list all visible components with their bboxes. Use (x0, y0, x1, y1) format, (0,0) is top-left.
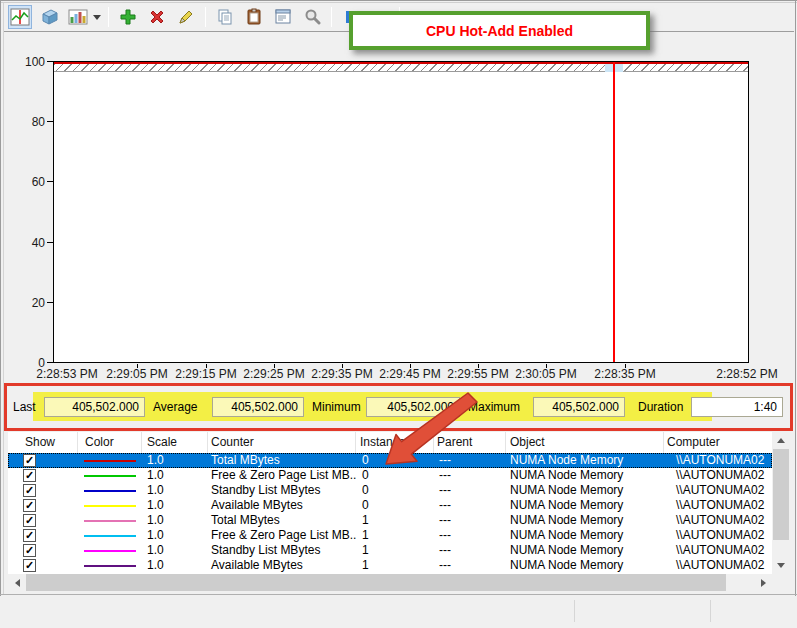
show-checkbox[interactable]: ✓ (23, 559, 36, 572)
cell-counter: Available MBytes (208, 558, 356, 573)
y-axis-tick (47, 181, 53, 182)
highlight-button[interactable] (174, 5, 198, 29)
cell-instance: 1 (356, 543, 434, 558)
cell-instance: 1 (356, 558, 434, 573)
x-axis-label: 2:29:35 PM (306, 367, 378, 381)
add-counter-button[interactable] (116, 5, 140, 29)
header-counter[interactable]: Counter (208, 432, 356, 453)
y-axis-label: 80 (12, 115, 45, 129)
perfmon-window: CPU Hot-Add Enabled 100 80 60 40 20 0 2:… (0, 0, 797, 628)
header-computer[interactable]: Computer (664, 432, 772, 453)
table-row[interactable]: ✓ 1.0 Total MBytes 1 --- NUMA Node Memor… (8, 513, 772, 528)
horizontal-scrollbar-thumb[interactable] (26, 574, 726, 591)
table-row[interactable]: ✓ 1.0 Standby List MBytes 1 --- NUMA Nod… (8, 543, 772, 558)
y-axis-tick (47, 362, 53, 363)
cell-object: NUMA Node Memory (506, 543, 664, 558)
counter-list-body: ✓ 1.0 Total MBytes 0 --- NUMA Node Memor… (8, 453, 772, 573)
header-show[interactable]: Show (8, 432, 78, 453)
scroll-right-button[interactable] (754, 574, 772, 591)
chart-icon (10, 8, 30, 26)
check-icon: ✓ (25, 469, 34, 481)
cell-computer: \\AUTONUMA02 (664, 543, 772, 558)
header-object[interactable]: Object (506, 432, 664, 453)
x-axis-tick (137, 364, 138, 368)
x-axis-label: 2:29:55 PM (442, 367, 514, 381)
cell-scale: 1.0 (142, 453, 208, 468)
cell-parent: --- (434, 513, 506, 528)
y-axis-tick (47, 302, 53, 303)
table-row[interactable]: ✓ 1.0 Available MBytes 0 --- NUMA Node M… (8, 498, 772, 513)
change-graph-type-button[interactable] (66, 5, 90, 29)
x-axis-label: 2:30:05 PM (510, 367, 582, 381)
show-checkbox[interactable]: ✓ (23, 544, 36, 557)
series-color-line (84, 460, 136, 462)
scroll-down-button[interactable] (772, 557, 790, 574)
cell-object: NUMA Node Memory (506, 528, 664, 543)
view-log-data-button[interactable] (37, 5, 61, 29)
horizontal-scrollbar[interactable] (8, 574, 772, 591)
x-axis-label: 2:29:15 PM (170, 367, 242, 381)
cell-parent: --- (434, 483, 506, 498)
show-checkbox[interactable]: ✓ (23, 529, 36, 542)
chevron-up-icon (777, 438, 785, 443)
chart-plot-area[interactable] (53, 61, 749, 363)
pencil-icon (177, 8, 195, 26)
delete-counter-button[interactable] (145, 5, 169, 29)
header-color[interactable]: Color (78, 432, 142, 453)
table-row[interactable]: ✓ 1.0 Free & Zero Page List MB... 1 --- … (8, 528, 772, 543)
cube-icon (39, 8, 59, 26)
cell-scale: 1.0 (142, 468, 208, 483)
magnifier-icon (303, 8, 321, 26)
y-axis-label: 100 (12, 55, 45, 69)
cell-scale: 1.0 (142, 558, 208, 573)
cell-computer: \\AUTONUMA02 (664, 498, 772, 513)
series-color-line (84, 520, 136, 522)
header-scale[interactable]: Scale (142, 432, 208, 453)
red-arrow-annotation (378, 392, 478, 470)
cell-counter: Standby List MBytes (208, 483, 356, 498)
properties-button[interactable] (271, 5, 295, 29)
cell-scale: 1.0 (142, 528, 208, 543)
scroll-left-button[interactable] (8, 574, 26, 591)
series-color-line (84, 505, 136, 507)
copy-properties-button[interactable] (213, 5, 237, 29)
cell-object: NUMA Node Memory (506, 483, 664, 498)
show-checkbox[interactable]: ✓ (23, 454, 36, 467)
cell-counter: Free & Zero Page List MB... (208, 528, 356, 543)
show-checkbox[interactable]: ✓ (23, 499, 36, 512)
show-checkbox[interactable]: ✓ (23, 514, 36, 527)
vertical-scrollbar[interactable] (772, 432, 790, 574)
current-time-marker-line (613, 62, 615, 362)
chevron-right-icon (761, 579, 766, 587)
paste-counter-list-button[interactable] (242, 5, 266, 29)
cell-instance: 0 (356, 498, 434, 513)
x-axis-tick (206, 364, 207, 368)
status-bar-divider (574, 600, 575, 622)
check-icon: ✓ (25, 529, 34, 541)
x-axis-label: 2:29:45 PM (374, 367, 446, 381)
window-border-top (0, 0, 797, 1)
vertical-scrollbar-thumb[interactable] (773, 449, 789, 540)
cell-scale: 1.0 (142, 513, 208, 528)
cell-instance: 1 (356, 513, 434, 528)
zoom-button[interactable] (300, 5, 324, 29)
table-row[interactable]: ✓ 1.0 Free & Zero Page List MB... 0 --- … (8, 468, 772, 483)
x-axis-tick (410, 364, 411, 368)
cell-object: NUMA Node Memory (506, 513, 664, 528)
cell-computer: \\AUTONUMA02 (664, 558, 772, 573)
series-color-line (84, 565, 136, 567)
table-row[interactable]: ✓ 1.0 Available MBytes 1 --- NUMA Node M… (8, 558, 772, 573)
toolbar-separator (108, 7, 109, 27)
clipboard-icon (245, 8, 263, 26)
scroll-up-button[interactable] (772, 432, 790, 449)
green-plus-icon (119, 8, 137, 26)
show-checkbox[interactable]: ✓ (23, 469, 36, 482)
window-border-left (0, 0, 1, 596)
view-current-activity-button[interactable] (8, 5, 32, 29)
show-checkbox[interactable]: ✓ (23, 484, 36, 497)
red-x-icon (148, 8, 166, 26)
x-axis-label: 2:28:52 PM (711, 367, 783, 381)
table-row[interactable]: ✓ 1.0 Standby List MBytes 0 --- NUMA Nod… (8, 483, 772, 498)
graph-type-dropdown-caret[interactable] (93, 15, 101, 20)
window-border-bottom (0, 594, 797, 595)
